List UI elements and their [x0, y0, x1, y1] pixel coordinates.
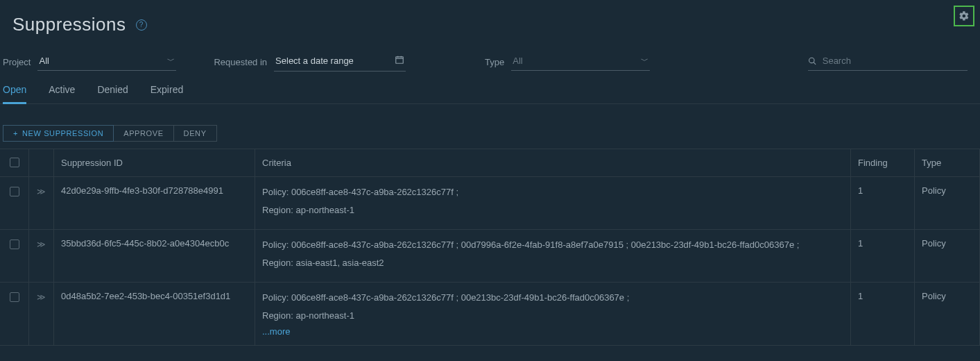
cell-type: Policy [915, 177, 980, 229]
search-icon [808, 56, 817, 66]
col-type[interactable]: Type [915, 149, 980, 176]
type-value: All [513, 56, 522, 66]
search-input-wrapper[interactable] [808, 53, 968, 71]
table-row: ≫ 42d0e29a-9ffb-4fe3-b30f-d728788e4991 P… [0, 177, 980, 230]
col-suppression-id[interactable]: Suppression ID [54, 149, 255, 176]
table-row: ≫ 35bbd36d-6fc5-445c-8b02-a0e4304ecb0c P… [0, 230, 980, 283]
new-suppression-button[interactable]: + NEW SUPPRESSION [3, 125, 114, 142]
criteria-region: Region: ap-northeast-1 [262, 203, 843, 217]
svg-line-5 [814, 62, 816, 64]
cell-finding: 1 [851, 230, 915, 282]
tab-expired[interactable]: Expired [151, 84, 183, 103]
chevron-down-icon: ﹀ [641, 56, 648, 66]
cell-type: Policy [915, 230, 980, 282]
criteria-policy: Policy: 006ce8ff-ace8-437c-a9ba-262c1326… [262, 291, 843, 305]
more-link[interactable]: ...more [262, 326, 843, 337]
tab-active[interactable]: Active [49, 84, 75, 103]
type-select[interactable]: All ﹀ [511, 53, 650, 71]
criteria-policy: Policy: 006ce8ff-ace8-437c-a9ba-262c1326… [262, 185, 843, 199]
cell-id: 0d48a5b2-7ee2-453b-bec4-00351ef3d1d1 [54, 283, 255, 345]
svg-rect-0 [396, 57, 404, 63]
date-placeholder: Select a date range [275, 56, 354, 66]
tab-denied[interactable]: Denied [97, 84, 128, 103]
cell-finding: 1 [851, 177, 915, 229]
row-checkbox[interactable] [10, 292, 19, 302]
page-title: Suppressions [12, 14, 126, 35]
table-header: Suppression ID Criteria Finding Type [0, 149, 980, 177]
chevron-down-icon: ﹀ [167, 56, 175, 66]
calendar-icon [395, 55, 404, 67]
suppressions-table: Suppression ID Criteria Finding Type ≫ 4… [0, 149, 980, 346]
requested-in-label: Requested in [214, 57, 267, 67]
cell-criteria: Policy: 006ce8ff-ace8-437c-a9ba-262c1326… [255, 230, 851, 282]
row-checkbox[interactable] [10, 240, 19, 249]
search-input[interactable] [823, 56, 968, 66]
criteria-policy: Policy: 006ce8ff-ace8-437c-a9ba-262c1326… [262, 238, 843, 252]
gear-icon [958, 10, 970, 22]
cell-id: 42d0e29a-9ffb-4fe3-b30f-d728788e4991 [54, 177, 255, 229]
select-all-checkbox[interactable] [10, 158, 19, 167]
project-value: All [39, 56, 49, 66]
deny-button[interactable]: DENY [174, 125, 217, 142]
expand-icon[interactable]: ≫ [37, 187, 46, 196]
approve-button[interactable]: APPROVE [114, 125, 173, 142]
expand-icon[interactable]: ≫ [37, 240, 46, 249]
new-suppression-label: NEW SUPPRESSION [22, 129, 103, 137]
settings-gear-button[interactable] [954, 6, 974, 26]
project-select[interactable]: All ﹀ [37, 53, 176, 71]
criteria-region: Region: ap-northeast-1 [262, 309, 843, 323]
criteria-region: Region: asia-east1, asia-east2 [262, 256, 843, 270]
cell-criteria: Policy: 006ce8ff-ace8-437c-a9ba-262c1326… [255, 283, 851, 345]
expand-icon[interactable]: ≫ [37, 292, 46, 302]
cell-finding: 1 [851, 283, 915, 345]
row-checkbox[interactable] [10, 187, 19, 196]
col-finding[interactable]: Finding [851, 149, 915, 176]
table-row: ≫ 0d48a5b2-7ee2-453b-bec4-00351ef3d1d1 P… [0, 283, 980, 346]
tab-open[interactable]: Open [3, 84, 26, 104]
plus-icon: + [13, 129, 18, 137]
svg-point-4 [809, 58, 814, 62]
cell-criteria: Policy: 006ce8ff-ace8-437c-a9ba-262c1326… [255, 177, 851, 229]
help-icon[interactable]: ? [136, 19, 147, 31]
project-label: Project [3, 57, 31, 67]
cell-id: 35bbd36d-6fc5-445c-8b02-a0e4304ecb0c [54, 230, 255, 282]
cell-type: Policy [915, 283, 980, 345]
col-criteria[interactable]: Criteria [255, 149, 851, 176]
date-range-select[interactable]: Select a date range [274, 52, 406, 72]
type-label: Type [485, 57, 504, 67]
